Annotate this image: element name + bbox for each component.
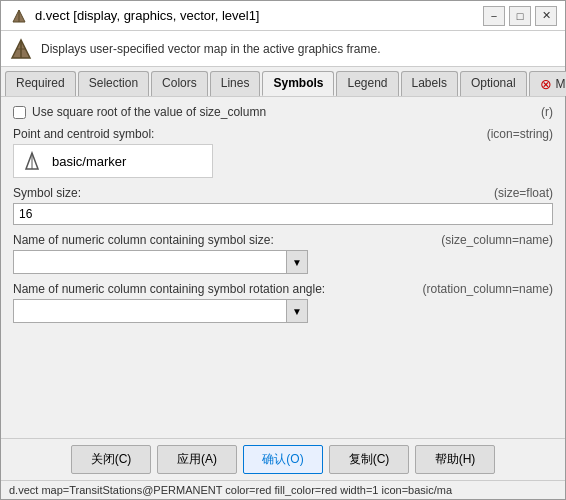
checkbox-left: Use square root of the value of size_col…	[13, 105, 266, 119]
minimize-button[interactable]: −	[483, 6, 505, 26]
symbol-hint: (icon=string)	[487, 127, 553, 141]
square-root-checkbox[interactable]	[13, 106, 26, 119]
titlebar: d.vect [display, graphics, vector, level…	[1, 1, 565, 31]
col-size-label: Name of numeric column containing symbol…	[13, 233, 274, 247]
size-input[interactable]	[13, 203, 553, 225]
symbol-group: Point and centroid symbol: (icon=string)…	[13, 127, 553, 178]
close-button[interactable]: ✕	[535, 6, 557, 26]
symbol-value: basic/marker	[52, 154, 126, 169]
col-size-dropdown-btn[interactable]: ▼	[286, 250, 308, 274]
size-label-row: Symbol size: (size=float)	[13, 186, 553, 200]
tab-manual[interactable]: ⊗ Manual	[529, 71, 566, 96]
manual-icon: ⊗	[540, 76, 552, 92]
col-size-input[interactable]	[13, 250, 286, 274]
checkbox-label: Use square root of the value of size_col…	[32, 105, 266, 119]
info-bar: Displays user-specified vector map in th…	[1, 31, 565, 67]
checkbox-hint: (r)	[541, 105, 553, 119]
confirm-button[interactable]: 确认(O)	[243, 445, 323, 474]
tab-optional[interactable]: Optional	[460, 71, 527, 96]
checkbox-row: Use square root of the value of size_col…	[13, 105, 553, 119]
bottom-bar: 关闭(C) 应用(A) 确认(O) 复制(C) 帮助(H)	[1, 438, 565, 480]
size-hint: (size=float)	[494, 186, 553, 200]
close-button-bottom[interactable]: 关闭(C)	[71, 445, 151, 474]
col-rot-dropdown-btn[interactable]: ▼	[286, 299, 308, 323]
tab-legend[interactable]: Legend	[336, 71, 398, 96]
maximize-button[interactable]: □	[509, 6, 531, 26]
symbols-content: Use square root of the value of size_col…	[1, 97, 565, 438]
col-rot-hint: (rotation_column=name)	[423, 282, 553, 296]
titlebar-controls: − □ ✕	[483, 6, 557, 26]
titlebar-left: d.vect [display, graphics, vector, level…	[9, 6, 259, 26]
main-window: d.vect [display, graphics, vector, level…	[0, 0, 566, 500]
app-icon	[9, 6, 29, 26]
col-size-hint: (size_column=name)	[441, 233, 553, 247]
tab-labels[interactable]: Labels	[401, 71, 458, 96]
col-rot-group: Name of numeric column containing symbol…	[13, 282, 553, 323]
apply-button[interactable]: 应用(A)	[157, 445, 237, 474]
symbol-label: Point and centroid symbol:	[13, 127, 154, 141]
symbol-selector[interactable]: basic/marker	[13, 144, 213, 178]
status-text: d.vect map=TransitStations@PERMANENT col…	[9, 484, 452, 496]
tab-bar: Required Selection Colors Lines Symbols …	[1, 67, 565, 97]
col-size-group: Name of numeric column containing symbol…	[13, 233, 553, 274]
tab-required[interactable]: Required	[5, 71, 76, 96]
symbol-preview-icon	[20, 149, 44, 173]
col-size-label-row: Name of numeric column containing symbol…	[13, 233, 553, 247]
tab-selection[interactable]: Selection	[78, 71, 149, 96]
symbol-label-row: Point and centroid symbol: (icon=string)	[13, 127, 553, 141]
tab-symbols[interactable]: Symbols	[262, 71, 334, 96]
col-size-select-row: ▼	[13, 250, 308, 274]
copy-button[interactable]: 复制(C)	[329, 445, 409, 474]
window-title: d.vect [display, graphics, vector, level…	[35, 8, 259, 23]
col-rot-label-row: Name of numeric column containing symbol…	[13, 282, 553, 296]
col-rot-input[interactable]	[13, 299, 286, 323]
size-label: Symbol size:	[13, 186, 81, 200]
size-group: Symbol size: (size=float)	[13, 186, 553, 225]
col-rot-label: Name of numeric column containing symbol…	[13, 282, 325, 296]
statusbar: d.vect map=TransitStations@PERMANENT col…	[1, 480, 565, 499]
help-button[interactable]: 帮助(H)	[415, 445, 495, 474]
info-text: Displays user-specified vector map in th…	[41, 42, 380, 56]
tab-lines[interactable]: Lines	[210, 71, 261, 96]
grass-logo-icon	[9, 37, 33, 61]
col-rot-select-row: ▼	[13, 299, 308, 323]
tab-colors[interactable]: Colors	[151, 71, 208, 96]
